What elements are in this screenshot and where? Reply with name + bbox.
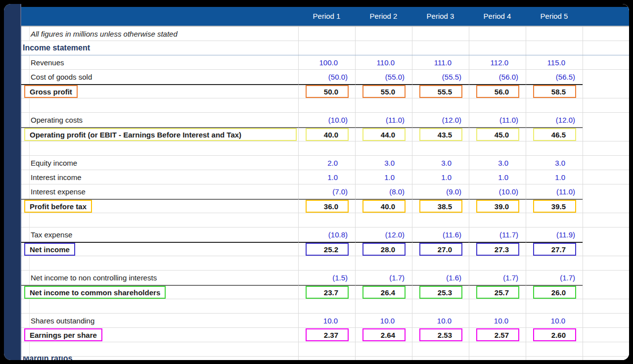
value-cell[interactable]: 26.0: [526, 285, 583, 299]
value-cell[interactable]: [526, 299, 583, 313]
column-header[interactable]: Period 4: [469, 7, 526, 26]
row-label-cell[interactable]: Operating costs: [21, 113, 298, 127]
value-cell[interactable]: [355, 213, 412, 227]
empty-trailing-cell[interactable]: [583, 170, 629, 184]
value-cell[interactable]: [412, 299, 469, 313]
row-label-cell[interactable]: Operating profit (or EBIT - Earnings Bef…: [21, 127, 298, 141]
column-header[interactable]: Period 1: [298, 7, 355, 26]
value-cell[interactable]: [526, 342, 583, 356]
value-cell[interactable]: 10.0: [526, 314, 583, 327]
value-cell[interactable]: 23.7: [298, 285, 355, 299]
value-cell[interactable]: (12.0): [355, 228, 412, 242]
row-label-cell[interactable]: Income statement: [21, 41, 298, 55]
empty-trailing-cell[interactable]: [583, 228, 629, 242]
row-label-cell[interactable]: [21, 342, 298, 356]
row-label-cell[interactable]: [21, 213, 298, 227]
empty-trailing-cell[interactable]: [583, 127, 629, 141]
empty-trailing-cell[interactable]: [583, 41, 629, 55]
value-cell[interactable]: 40.0: [298, 127, 355, 141]
empty-trailing-cell[interactable]: [583, 328, 629, 342]
value-cell[interactable]: [469, 256, 526, 270]
value-cell[interactable]: 3.0: [412, 156, 469, 170]
value-cell[interactable]: [526, 41, 583, 55]
value-cell[interactable]: (1.7): [526, 271, 583, 285]
value-cell[interactable]: [298, 299, 355, 313]
empty-trailing-cell[interactable]: [583, 27, 629, 41]
value-cell[interactable]: [298, 41, 355, 55]
row-label-cell[interactable]: Margin ratios: [21, 357, 298, 360]
row-label-cell[interactable]: Equity income: [21, 156, 298, 170]
empty-trailing-cell[interactable]: [583, 213, 629, 227]
empty-trailing-cell[interactable]: [583, 55, 629, 69]
value-cell[interactable]: [526, 213, 583, 227]
value-cell[interactable]: [355, 299, 412, 313]
value-cell[interactable]: [412, 357, 469, 360]
value-cell[interactable]: (11.6): [412, 228, 469, 242]
value-cell[interactable]: [469, 342, 526, 356]
value-cell[interactable]: 50.0: [298, 84, 355, 98]
value-cell[interactable]: [412, 27, 469, 41]
value-cell[interactable]: 1.0: [526, 170, 583, 184]
column-header[interactable]: Period 2: [355, 7, 412, 26]
row-label-cell[interactable]: Interest expense: [21, 184, 298, 199]
row-label-cell[interactable]: All figures in millions unless otherwise…: [21, 27, 298, 41]
value-cell[interactable]: (9.0): [412, 184, 469, 199]
row-label-cell[interactable]: Net income: [21, 242, 298, 256]
value-cell[interactable]: 56.0: [469, 84, 526, 98]
column-header[interactable]: Period 5: [526, 7, 583, 26]
value-cell[interactable]: 46.5: [526, 127, 583, 141]
empty-trailing-cell[interactable]: [583, 199, 629, 213]
row-label-cell[interactable]: Net income to non controlling interests: [21, 271, 298, 285]
value-cell[interactable]: 3.0: [469, 156, 526, 170]
value-cell[interactable]: [469, 141, 526, 155]
row-label-cell[interactable]: [21, 256, 298, 270]
value-cell[interactable]: [298, 357, 355, 360]
value-cell[interactable]: [526, 141, 583, 155]
value-cell[interactable]: 40.0: [355, 199, 412, 213]
value-cell[interactable]: 45.0: [469, 127, 526, 141]
value-cell[interactable]: 58.5: [526, 84, 583, 98]
value-cell[interactable]: 25.3: [412, 285, 469, 299]
value-cell[interactable]: [355, 357, 412, 360]
value-cell[interactable]: [298, 256, 355, 270]
value-cell[interactable]: [355, 342, 412, 356]
value-cell[interactable]: (11.0): [355, 113, 412, 127]
value-cell[interactable]: 39.0: [469, 199, 526, 213]
value-cell[interactable]: 10.0: [355, 314, 412, 327]
empty-trailing-cell[interactable]: [583, 70, 629, 84]
empty-trailing-cell[interactable]: [583, 242, 629, 256]
value-cell[interactable]: 25.2: [298, 242, 355, 256]
value-cell[interactable]: [355, 41, 412, 55]
row-label-cell[interactable]: Interest income: [21, 170, 298, 184]
value-cell[interactable]: [298, 98, 355, 112]
row-label-cell[interactable]: Tax expense: [21, 228, 298, 242]
row-label-cell[interactable]: Earnings per share: [21, 328, 298, 342]
value-cell[interactable]: [412, 141, 469, 155]
value-cell[interactable]: [412, 256, 469, 270]
value-cell[interactable]: 110.0: [355, 55, 412, 69]
row-label-cell[interactable]: Net income to common shareholders: [21, 285, 298, 299]
value-cell[interactable]: (56.5): [526, 70, 583, 84]
value-cell[interactable]: (10.8): [298, 228, 355, 242]
value-cell[interactable]: [526, 98, 583, 112]
value-cell[interactable]: 27.3: [469, 242, 526, 256]
value-cell[interactable]: (1.6): [412, 271, 469, 285]
value-cell[interactable]: (11.7): [469, 228, 526, 242]
value-cell[interactable]: 44.0: [355, 127, 412, 141]
row-label-cell[interactable]: Cost of goods sold: [21, 70, 298, 84]
value-cell[interactable]: 1.0: [412, 170, 469, 184]
value-cell[interactable]: 55.0: [355, 84, 412, 98]
value-cell[interactable]: (56.0): [469, 70, 526, 84]
value-cell[interactable]: [469, 357, 526, 360]
value-cell[interactable]: 36.0: [298, 199, 355, 213]
value-cell[interactable]: [355, 27, 412, 41]
value-cell[interactable]: [412, 342, 469, 356]
empty-trailing-cell[interactable]: [583, 113, 629, 127]
value-cell[interactable]: (11.9): [526, 228, 583, 242]
value-cell[interactable]: 38.5: [412, 199, 469, 213]
value-cell[interactable]: 100.0: [298, 55, 355, 69]
value-cell[interactable]: [298, 141, 355, 155]
value-cell[interactable]: 1.0: [355, 170, 412, 184]
value-cell[interactable]: (1.7): [355, 271, 412, 285]
empty-trailing-cell[interactable]: [583, 84, 629, 98]
